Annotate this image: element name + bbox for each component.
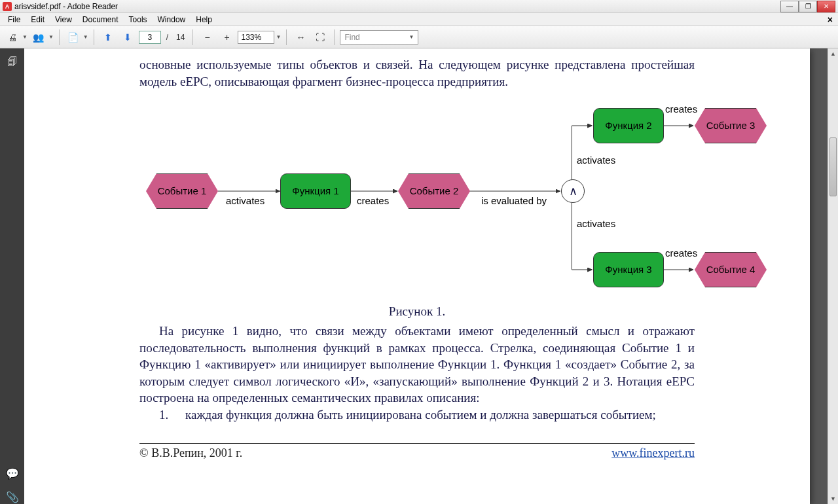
scroll-up-arrow[interactable]: ▲ — [828, 48, 838, 59]
label-creates-1: creates — [357, 194, 389, 207]
attachments-panel-icon[interactable]: 📎 — [5, 490, 20, 504]
page-total: 14 — [173, 33, 187, 42]
window-buttons: — ❐ ✕ — [780, 1, 835, 12]
list-text: каждая функция должна быть инициирована … — [185, 406, 695, 423]
menubar: File Edit View Document Tools Window Hel… — [0, 13, 838, 26]
zoom-dropdown[interactable]: ▼ — [276, 34, 281, 40]
page-footer: © В.В.Репин, 2001 г. www.finexpert.ru — [139, 443, 695, 460]
label-activates-1: activates — [226, 194, 264, 207]
print-button[interactable]: 🖨 — [4, 29, 21, 46]
collab-dropdown[interactable]: ▼ — [48, 34, 54, 40]
print-dropdown[interactable]: ▼ — [22, 34, 27, 40]
next-page-button[interactable]: ⬇ — [119, 29, 136, 46]
label-creates-2: creates — [665, 103, 697, 116]
scroll-down-arrow[interactable]: ▼ — [828, 494, 838, 504]
fit-width-button[interactable]: ↔ — [292, 29, 309, 46]
page-separator: / — [164, 33, 171, 42]
figure-caption: Рисунок 1. — [139, 303, 695, 320]
intro-text: основные используемые типы объектов и св… — [139, 56, 695, 90]
footer-copyright: © В.В.Репин, 2001 г. — [139, 446, 242, 460]
separator — [192, 29, 193, 45]
zoom-out-button[interactable]: − — [198, 29, 215, 46]
minimize-button[interactable]: — — [780, 1, 799, 12]
diagram-function-2: Функция 2 — [593, 108, 664, 143]
list-item-1: 1. каждая функция должна быть инициирова… — [139, 406, 695, 423]
toolbar: 🖨▼ 👥▼ 📄▼ ⬆ ⬇ / 14 − + 133%▼ ↔ ⛶ Find▼ — [0, 26, 838, 48]
collab-button[interactable]: 👥 — [30, 29, 47, 46]
close-document-button[interactable]: × — [825, 14, 835, 25]
diagram-event-1: Событие 1 — [146, 173, 218, 209]
diagram-event-3: Событие 3 — [695, 108, 767, 143]
main-area: 🗐 💬 📎 основные используемые типы объекто… — [0, 48, 838, 504]
page-view-dropdown[interactable]: ▼ — [83, 34, 88, 40]
separator — [94, 29, 94, 45]
scroll-thumb[interactable] — [829, 137, 837, 196]
eepc-diagram: Событие 1 Функция 1 Событие 2 ∧ Функция … — [139, 96, 695, 299]
diagram-function-1: Функция 1 — [280, 173, 351, 209]
separator — [59, 29, 60, 45]
footer-link[interactable]: www.finexpert.ru — [611, 446, 695, 460]
list-number: 1. — [139, 406, 185, 423]
scroll-track[interactable] — [828, 59, 838, 494]
menu-file[interactable]: File — [3, 14, 26, 26]
page-content: основные используемые типы объектов и св… — [24, 56, 810, 423]
find-field[interactable]: Find▼ — [340, 30, 418, 45]
label-creates-3: creates — [665, 247, 697, 260]
window-title: arisvsidef.pdf - Adobe Reader — [14, 2, 780, 11]
vertical-scrollbar[interactable]: ▲ ▼ — [828, 48, 838, 504]
zoom-in-button[interactable]: + — [218, 29, 235, 46]
prev-page-button[interactable]: ⬆ — [100, 29, 117, 46]
titlebar: A arisvsidef.pdf - Adobe Reader — ❐ ✕ — [0, 0, 838, 13]
menu-view[interactable]: View — [50, 14, 77, 26]
single-page-button[interactable]: 📄 — [65, 29, 82, 46]
menu-document[interactable]: Document — [77, 14, 124, 26]
document-viewport[interactable]: основные используемые типы объектов и св… — [24, 48, 838, 504]
left-panel: 🗐 💬 📎 — [0, 48, 24, 504]
menu-tools[interactable]: Tools — [124, 14, 153, 26]
close-button[interactable]: ✕ — [817, 1, 835, 12]
diagram-function-3: Функция 3 — [593, 252, 664, 287]
pages-panel-icon[interactable]: 🗐 — [5, 55, 20, 69]
paragraph-1: На рисунке 1 видно, что связи между объе… — [139, 323, 695, 406]
diagram-event-2: Событие 2 — [398, 173, 470, 209]
menu-help[interactable]: Help — [191, 14, 217, 26]
fit-page-button[interactable]: ⛶ — [312, 29, 329, 46]
separator — [334, 29, 335, 45]
pdf-page: основные используемые типы объектов и св… — [24, 48, 810, 504]
label-is-evaluated-by: is evaluated by — [481, 194, 547, 207]
maximize-button[interactable]: ❐ — [799, 1, 817, 12]
zoom-level-field[interactable]: 133% — [238, 31, 274, 44]
menu-edit[interactable]: Edit — [26, 14, 50, 26]
app-icon: A — [3, 2, 12, 11]
diagram-event-4: Событие 4 — [695, 252, 767, 287]
label-activates-2: activates — [577, 154, 615, 167]
separator — [286, 29, 287, 45]
comments-panel-icon[interactable]: 💬 — [5, 466, 20, 480]
page-number-input[interactable] — [139, 31, 161, 44]
label-activates-3: activates — [577, 217, 615, 230]
menu-window[interactable]: Window — [153, 14, 191, 26]
